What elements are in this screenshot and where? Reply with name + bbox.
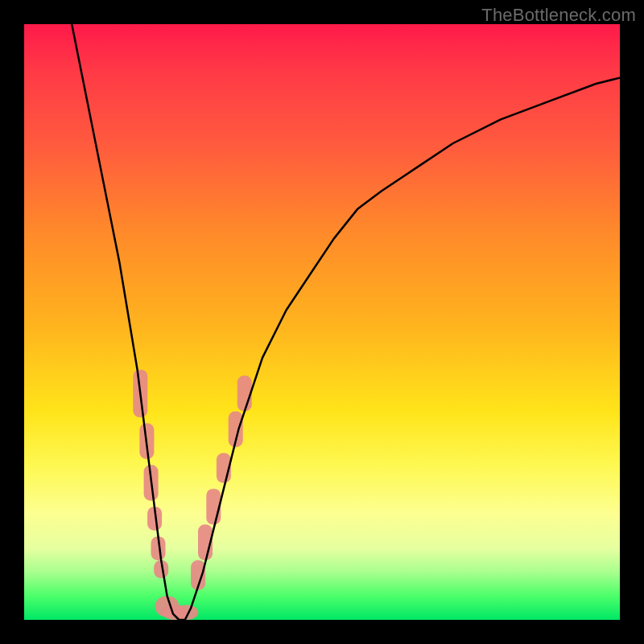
chart-frame: TheBottleneck.com — [0, 0, 644, 644]
curve-svg — [24, 24, 620, 620]
plot-area — [24, 24, 620, 620]
watermark-text: TheBottleneck.com — [481, 5, 636, 26]
salmon-band-group — [133, 369, 251, 620]
